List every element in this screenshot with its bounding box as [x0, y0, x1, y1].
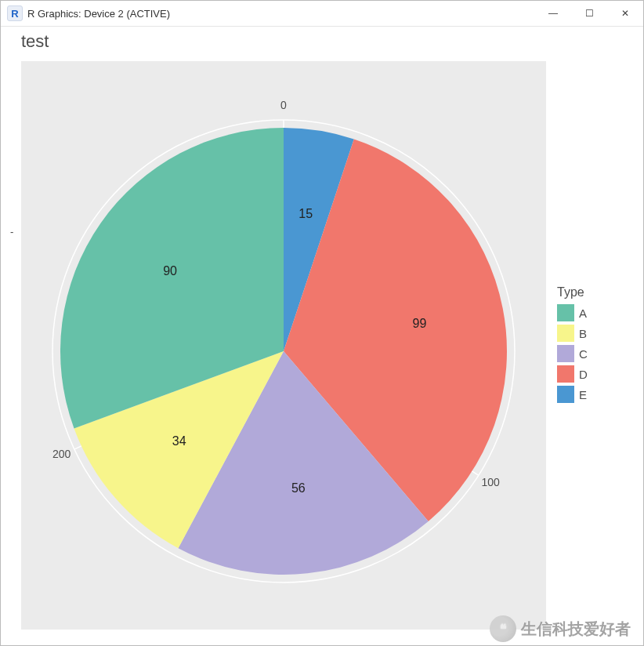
plot-area: test - 01002001599563490 Type ABCDE ❝ 生信… — [1, 27, 643, 645]
legend-swatch-B — [557, 325, 574, 342]
slice-label-C: 56 — [291, 481, 306, 495]
watermark-icon: ❝ — [490, 615, 516, 642]
polar-tick-label: 0 — [280, 99, 287, 111]
close-button[interactable]: ✕ — [607, 1, 643, 26]
titlebar: R R Graphics: Device 2 (ACTIVE) — ☐ ✕ — [1, 1, 643, 27]
legend: Type ABCDE — [557, 285, 588, 405]
legend-swatch-C — [557, 345, 574, 362]
legend-swatch-D — [557, 365, 574, 383]
close-icon: ✕ — [621, 8, 629, 19]
maximize-icon: ☐ — [585, 8, 594, 19]
maximize-button[interactable]: ☐ — [571, 1, 607, 26]
watermark: ❝ 生信科技爱好者 — [490, 615, 631, 642]
legend-swatch-E — [557, 386, 574, 403]
legend-item-B: B — [557, 323, 588, 343]
minimize-button[interactable]: — — [535, 1, 571, 26]
legend-item-A: A — [557, 303, 588, 323]
pie-chart: 01002001599563490 — [21, 61, 546, 630]
legend-item-D: D — [557, 364, 588, 384]
minimize-icon: — — [548, 8, 558, 19]
slice-label-E: 15 — [298, 207, 313, 220]
legend-label-C: C — [579, 347, 588, 361]
legend-label-D: D — [579, 368, 588, 381]
legend-swatch-A — [557, 304, 574, 321]
window-controls: — ☐ ✕ — [535, 1, 643, 26]
legend-item-E: E — [557, 384, 588, 405]
polar-tick-label: 100 — [481, 476, 500, 488]
polar-tick-label: 200 — [52, 448, 71, 460]
app-window: R R Graphics: Device 2 (ACTIVE) — ☐ ✕ te… — [0, 0, 644, 646]
slice-label-A: 90 — [163, 264, 177, 278]
watermark-text: 生信科技爱好者 — [521, 619, 631, 640]
legend-title: Type — [557, 285, 588, 299]
legend-label-B: B — [579, 327, 587, 340]
r-app-icon: R — [7, 5, 23, 21]
window-title: R Graphics: Device 2 (ACTIVE) — [27, 8, 535, 20]
legend-label-A: A — [579, 307, 587, 320]
slice-label-B: 34 — [172, 434, 186, 448]
slice-label-D: 99 — [413, 317, 427, 330]
chart-title: test — [21, 31, 49, 52]
chart-panel: 01002001599563490 — [21, 61, 546, 630]
axis-tick-left: - — [10, 226, 13, 238]
legend-item-C: C — [557, 343, 588, 364]
legend-label-E: E — [579, 388, 587, 401]
